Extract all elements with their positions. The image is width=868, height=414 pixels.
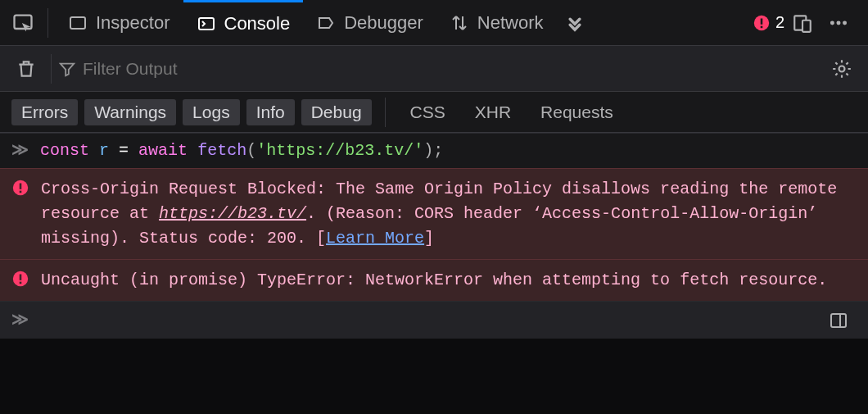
learn-more-link[interactable]: Learn More bbox=[326, 229, 424, 248]
input-chevrons-icon: ≫ bbox=[11, 140, 29, 162]
separator bbox=[47, 8, 48, 38]
tab-console[interactable]: Console bbox=[183, 0, 304, 45]
filter-logs[interactable]: Logs bbox=[183, 99, 240, 125]
svg-rect-14 bbox=[20, 191, 22, 193]
console-prompt-row[interactable]: ≫ bbox=[0, 301, 868, 339]
filter-icon bbox=[58, 60, 76, 78]
tabs-overflow-button[interactable] bbox=[557, 5, 593, 41]
error-message: Uncaught (in promise) TypeError: Network… bbox=[41, 268, 857, 293]
filter-info[interactable]: Info bbox=[246, 99, 295, 125]
svg-rect-18 bbox=[831, 314, 846, 327]
filter-input[interactable] bbox=[76, 54, 824, 84]
tab-network-label: Network bbox=[477, 12, 544, 34]
separator bbox=[51, 54, 52, 84]
responsive-mode-button[interactable] bbox=[784, 5, 821, 41]
tab-debugger-label: Debugger bbox=[344, 12, 423, 34]
svg-rect-13 bbox=[20, 184, 22, 189]
svg-rect-4 bbox=[761, 18, 763, 24]
prompt-chevrons-icon: ≫ bbox=[11, 310, 29, 331]
sidebar-toggle-button[interactable] bbox=[821, 303, 857, 339]
svg-rect-16 bbox=[20, 275, 22, 280]
svg-point-9 bbox=[837, 20, 841, 25]
svg-rect-5 bbox=[761, 25, 763, 28]
error-url-link[interactable]: https://b23.tv/ bbox=[159, 204, 306, 223]
error-count: 2 bbox=[775, 13, 784, 32]
filter-css[interactable]: CSS bbox=[399, 99, 457, 125]
svg-point-11 bbox=[839, 66, 845, 71]
console-category-bar: Errors Warnings Logs Info Debug CSS XHR … bbox=[0, 92, 868, 133]
tab-debugger[interactable]: Debugger bbox=[303, 0, 436, 45]
picker-button[interactable] bbox=[5, 5, 41, 41]
tab-inspector[interactable]: Inspector bbox=[55, 0, 183, 45]
svg-point-10 bbox=[843, 20, 847, 25]
tab-network[interactable]: Network bbox=[436, 0, 557, 45]
filter-warnings[interactable]: Warnings bbox=[84, 99, 176, 125]
console-settings-button[interactable] bbox=[824, 51, 860, 87]
svg-rect-17 bbox=[20, 282, 22, 284]
filter-debug[interactable]: Debug bbox=[301, 99, 372, 125]
kebab-menu-button[interactable] bbox=[821, 5, 857, 41]
filter-requests[interactable]: Requests bbox=[529, 99, 625, 125]
svg-point-8 bbox=[830, 20, 834, 25]
error-icon bbox=[753, 14, 771, 32]
tab-console-label: Console bbox=[224, 13, 291, 34]
console-error-row: Cross-Origin Request Blocked: The Same O… bbox=[0, 168, 868, 259]
console-input-row: ≫ const r = await fetch('https://b23.tv/… bbox=[0, 133, 868, 168]
separator bbox=[385, 98, 386, 127]
devtools-tabbar: Inspector Console Debugger Network 2 bbox=[0, 0, 868, 46]
clear-console-button[interactable] bbox=[8, 51, 44, 87]
svg-rect-7 bbox=[802, 20, 811, 31]
tabbar-right: 2 bbox=[753, 0, 863, 45]
svg-rect-1 bbox=[70, 17, 85, 29]
error-message: Cross-Origin Request Blocked: The Same O… bbox=[41, 177, 857, 251]
filter-xhr[interactable]: XHR bbox=[463, 99, 522, 125]
svg-rect-2 bbox=[199, 18, 214, 30]
error-icon bbox=[11, 179, 29, 197]
console-error-row: Uncaught (in promise) TypeError: Network… bbox=[0, 259, 868, 301]
console-input-code: const r = await fetch('https://b23.tv/')… bbox=[40, 140, 443, 162]
tabbar-left: Inspector Console Debugger Network bbox=[5, 0, 593, 45]
filter-errors[interactable]: Errors bbox=[11, 99, 78, 125]
console-filter-bar bbox=[0, 46, 868, 92]
error-count-badge[interactable]: 2 bbox=[753, 13, 784, 32]
error-icon bbox=[11, 270, 29, 288]
tab-inspector-label: Inspector bbox=[96, 12, 170, 34]
